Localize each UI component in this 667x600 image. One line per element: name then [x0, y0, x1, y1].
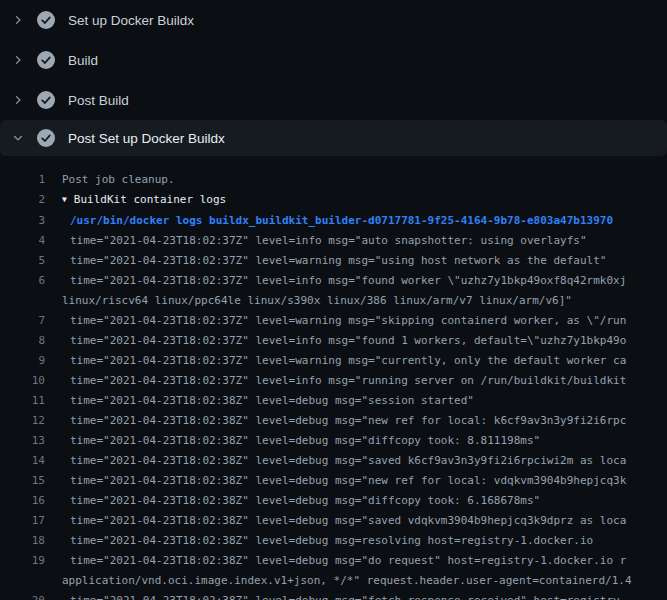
line-number[interactable]: 17 [0, 511, 45, 531]
step-label: Post Set up Docker Buildx [68, 131, 225, 146]
log-command-text: /usr/bin/docker logs buildx_buildkit_bui… [45, 211, 613, 231]
log-line-text: time="2021-04-23T18:02:37Z" level=warnin… [45, 351, 626, 371]
log-line-text: linux/riscv64 linux/ppc64le linux/s390x … [45, 291, 572, 311]
log-line-text: time="2021-04-23T18:02:37Z" level=info m… [45, 331, 626, 351]
log-line: 14time="2021-04-23T18:02:38Z" level=debu… [0, 451, 667, 471]
line-number[interactable]: 5 [0, 251, 45, 271]
log-line-text: time="2021-04-23T18:02:38Z" level=debug … [45, 591, 626, 600]
log-line: 16time="2021-04-23T18:02:38Z" level=debu… [0, 491, 667, 511]
line-number[interactable]: 7 [0, 311, 45, 331]
line-number[interactable]: 18 [0, 531, 45, 551]
triangle-down-icon: ▼ [62, 190, 67, 210]
log-line-text: time="2021-04-23T18:02:37Z" level=info m… [45, 371, 626, 391]
line-number[interactable]: 3 [0, 211, 45, 231]
log-line: 12time="2021-04-23T18:02:38Z" level=debu… [0, 411, 667, 431]
line-number[interactable]: 1 [0, 170, 45, 190]
log-group-title: BuildKit container logs [74, 193, 226, 206]
log-line-text: time="2021-04-23T18:02:38Z" level=debug … [45, 491, 540, 511]
log-line-continuation: linux/riscv64 linux/ppc64le linux/s390x … [0, 291, 667, 311]
log-line-text: time="2021-04-23T18:02:38Z" level=debug … [45, 411, 626, 431]
log-line: 11time="2021-04-23T18:02:38Z" level=debu… [0, 391, 667, 411]
chevron-right-icon [12, 94, 30, 106]
log-line-text: time="2021-04-23T18:02:38Z" level=debug … [45, 471, 626, 491]
log-line-text: time="2021-04-23T18:02:38Z" level=debug … [45, 551, 626, 571]
step-label: Post Build [68, 93, 129, 108]
line-number [0, 291, 45, 311]
chevron-down-icon [12, 132, 30, 144]
log-line: 7time="2021-04-23T18:02:37Z" level=warni… [0, 311, 667, 331]
log-line-text: Post job cleanup. [45, 170, 175, 190]
line-number[interactable]: 8 [0, 331, 45, 351]
log-line-text: time="2021-04-23T18:02:37Z" level=info m… [45, 231, 587, 251]
log-line: 9time="2021-04-23T18:02:37Z" level=warni… [0, 351, 667, 371]
log-line: 3/usr/bin/docker logs buildx_buildkit_bu… [0, 211, 667, 231]
check-circle-icon [36, 50, 56, 70]
check-circle-icon [36, 128, 56, 148]
log-line-text: time="2021-04-23T18:02:37Z" level=info m… [45, 271, 626, 291]
log-line-text: time="2021-04-23T18:02:38Z" level=debug … [45, 511, 626, 531]
line-number[interactable]: 16 [0, 491, 45, 511]
log-line-text: time="2021-04-23T18:02:37Z" level=warnin… [45, 251, 606, 271]
steps-list: Set up Docker BuildxBuildPost BuildPost … [0, 0, 667, 156]
log-line: 2▼BuildKit container logs [0, 190, 667, 211]
line-number[interactable]: 10 [0, 371, 45, 391]
log-line: 6time="2021-04-23T18:02:37Z" level=info … [0, 271, 667, 291]
line-number[interactable]: 15 [0, 471, 45, 491]
line-number [0, 571, 45, 591]
log-line: 19time="2021-04-23T18:02:38Z" level=debu… [0, 551, 667, 571]
step-row-post-set-up-docker-buildx[interactable]: Post Set up Docker Buildx [0, 120, 667, 156]
check-circle-icon [36, 90, 56, 110]
log-line: 10time="2021-04-23T18:02:37Z" level=info… [0, 371, 667, 391]
log-line-text: time="2021-04-23T18:02:38Z" level=debug … [45, 451, 626, 471]
line-number[interactable]: 11 [0, 391, 45, 411]
line-number[interactable]: 12 [0, 411, 45, 431]
log-output: 1Post job cleanup.2▼BuildKit container l… [0, 156, 667, 600]
step-label: Set up Docker Buildx [68, 13, 194, 28]
log-line-text: application/vnd.oci.image.index.v1+json,… [45, 571, 632, 591]
log-line: 4time="2021-04-23T18:02:37Z" level=info … [0, 231, 667, 251]
log-line: 17time="2021-04-23T18:02:38Z" level=debu… [0, 511, 667, 531]
actions-log-viewer: Set up Docker BuildxBuildPost BuildPost … [0, 0, 667, 600]
line-number[interactable]: 20 [0, 591, 45, 600]
log-line: 1Post job cleanup. [0, 170, 667, 190]
log-line-text: time="2021-04-23T18:02:38Z" level=debug … [45, 531, 593, 551]
line-number[interactable]: 19 [0, 551, 45, 571]
check-circle-icon [36, 10, 56, 30]
log-line: 20time="2021-04-23T18:02:38Z" level=debu… [0, 591, 667, 600]
log-line-text: time="2021-04-23T18:02:38Z" level=debug … [45, 391, 474, 411]
chevron-right-icon [12, 14, 30, 26]
log-line: 15time="2021-04-23T18:02:38Z" level=debu… [0, 471, 667, 491]
log-line: 8time="2021-04-23T18:02:37Z" level=info … [0, 331, 667, 351]
log-group-toggle[interactable]: ▼BuildKit container logs [45, 190, 226, 211]
log-line-continuation: application/vnd.oci.image.index.v1+json,… [0, 571, 667, 591]
line-number[interactable]: 4 [0, 231, 45, 251]
step-row-post-build[interactable]: Post Build [0, 80, 667, 120]
log-line: 13time="2021-04-23T18:02:38Z" level=debu… [0, 431, 667, 451]
line-number[interactable]: 9 [0, 351, 45, 371]
log-line: 18time="2021-04-23T18:02:38Z" level=debu… [0, 531, 667, 551]
line-number[interactable]: 14 [0, 451, 45, 471]
line-number[interactable]: 6 [0, 271, 45, 291]
log-line-text: time="2021-04-23T18:02:38Z" level=debug … [45, 431, 540, 451]
step-label: Build [68, 53, 98, 68]
step-row-set-up-docker-buildx[interactable]: Set up Docker Buildx [0, 0, 667, 40]
log-line: 5time="2021-04-23T18:02:37Z" level=warni… [0, 251, 667, 271]
line-number[interactable]: 13 [0, 431, 45, 451]
line-number[interactable]: 2 [0, 190, 45, 211]
step-row-build[interactable]: Build [0, 40, 667, 80]
log-line-text: time="2021-04-23T18:02:37Z" level=warnin… [45, 311, 626, 331]
chevron-right-icon [12, 54, 30, 66]
